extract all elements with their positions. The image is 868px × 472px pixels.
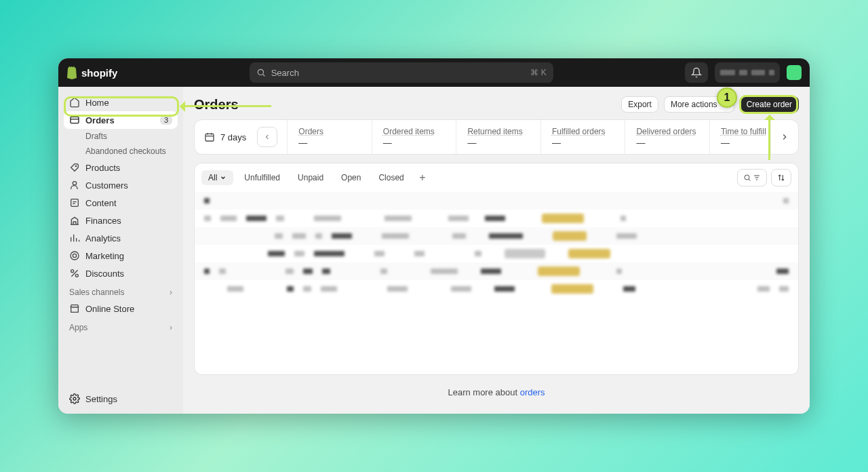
sidebar-item-online-store[interactable]: Online Store [64,300,178,317]
search-shortcut: ⌘ K [530,68,546,77]
brand-text: shopify [81,67,117,79]
table-row[interactable] [195,262,798,280]
sidebar-item-label: Home [85,98,109,108]
shopify-bag-icon [66,66,79,79]
add-tab-button[interactable]: + [415,170,430,185]
avatar[interactable] [787,65,802,80]
callout-arrow-to-create [768,115,770,160]
section-label: Sales channels [69,288,124,297]
tab-open[interactable]: Open [334,170,368,185]
svg-line-1 [262,75,264,77]
finances-icon [69,215,80,226]
sort-icon [776,173,786,182]
date-prev-button[interactable] [257,127,277,147]
products-icon [69,162,80,173]
analytics-icon [69,233,80,243]
content-icon [69,197,80,208]
svg-point-9 [75,274,78,277]
chevron-right-icon: › [170,288,172,297]
sidebar-item-content[interactable]: Content [64,194,178,212]
page-header: Orders Export More actions Create order [194,96,799,113]
sidebar-item-label: Orders [85,115,115,125]
sidebar-item-customers[interactable]: Customers [64,176,178,194]
sidebar-item-label: Finances [85,216,121,226]
sidebar-section-apps[interactable]: Apps › [64,317,178,335]
svg-point-10 [73,397,76,400]
sidebar-item-label: Content [85,198,117,208]
search-input[interactable]: Search ⌘ K [250,62,553,83]
svg-point-3 [75,165,76,166]
store-icon [69,303,80,314]
stat-returned-items[interactable]: Returned items — [456,120,541,154]
table-row[interactable] [195,210,798,227]
orders-table-body [195,192,798,374]
stat-orders[interactable]: Orders — [288,120,372,154]
chevron-right-icon [780,132,789,142]
svg-point-12 [745,175,749,180]
sidebar-item-finances[interactable]: Finances [64,212,178,229]
stat-ordered-items[interactable]: Ordered items — [372,120,457,154]
sidebar-item-home[interactable]: Home [64,94,178,111]
gear-icon [69,393,80,404]
stat-time-to-fulfill[interactable]: Time to fulfill — [710,120,771,154]
tab-all[interactable]: All [201,170,233,185]
customers-icon [69,180,80,191]
sidebar-item-drafts[interactable]: Drafts [64,129,178,144]
sort-button[interactable] [771,169,791,186]
chevron-down-icon [220,174,226,181]
orders-table-card: All Unfulfilled Unpaid Open Closed + [194,163,799,375]
date-range-picker[interactable]: 7 days [195,120,288,154]
svg-rect-5 [71,199,79,207]
tab-closed[interactable]: Closed [372,170,410,185]
sidebar-item-abandoned[interactable]: Abandoned checkouts [64,144,178,159]
svg-point-7 [73,254,76,257]
stats-card: 7 days Orders — Ordered items — Returned… [194,119,799,155]
tab-unfulfilled[interactable]: Unfulfilled [237,170,287,185]
table-row[interactable] [195,280,798,298]
notifications-button[interactable] [685,62,708,83]
tab-unpaid[interactable]: Unpaid [291,170,330,185]
shopify-logo[interactable]: shopify [66,66,117,79]
sidebar-item-label: Marketing [85,251,124,261]
svg-point-4 [73,182,76,185]
sidebar-item-label: Customers [85,180,128,191]
table-row[interactable] [195,245,798,262]
table-row[interactable] [195,227,798,245]
sidebar-item-discounts[interactable]: Discounts [64,264,178,282]
app-window: 1 shopify Search ⌘ K Hom [58,58,810,414]
stats-next-button[interactable] [771,120,798,154]
orders-help-link[interactable]: orders [520,387,545,397]
bell-icon [691,67,702,78]
stat-fulfilled-orders[interactable]: Fulfilled orders — [541,120,626,154]
sidebar-item-label: Online Store [85,304,134,314]
marketing-icon [69,250,80,261]
stat-delivered-orders[interactable]: Delivered orders — [625,120,710,154]
date-range-label: 7 days [220,132,246,142]
sidebar-item-products[interactable]: Products [64,159,178,176]
sidebar-item-settings[interactable]: Settings [64,389,178,408]
learn-more-text: Learn more about orders [194,375,799,404]
tabs-row: All Unfulfilled Unpaid Open Closed + [195,163,798,192]
sidebar-section-sales-channels[interactable]: Sales channels › [64,282,178,300]
search-icon [743,174,751,182]
callout-badge-1: 1 [717,87,737,108]
sidebar-item-orders[interactable]: Orders 3 [64,111,178,129]
chevron-right-icon: › [170,323,172,332]
calendar-icon [204,132,215,142]
sidebar-item-label: Discounts [85,269,124,279]
sidebar: Home Orders 3 Drafts Abandoned checkouts… [58,87,183,414]
sidebar-item-marketing[interactable]: Marketing [64,247,178,264]
discounts-icon [69,268,80,279]
svg-rect-11 [205,134,214,141]
store-switcher[interactable] [715,62,780,83]
sidebar-item-analytics[interactable]: Analytics [64,229,178,247]
filter-icon [753,174,761,182]
page-title: Orders [194,97,239,113]
sidebar-item-label: Analytics [85,233,121,243]
svg-rect-2 [71,117,79,123]
search-filter-button[interactable] [737,169,767,186]
orders-badge: 3 [160,115,172,125]
svg-point-6 [71,252,79,260]
svg-line-13 [749,179,750,180]
export-button[interactable]: Export [621,96,658,113]
